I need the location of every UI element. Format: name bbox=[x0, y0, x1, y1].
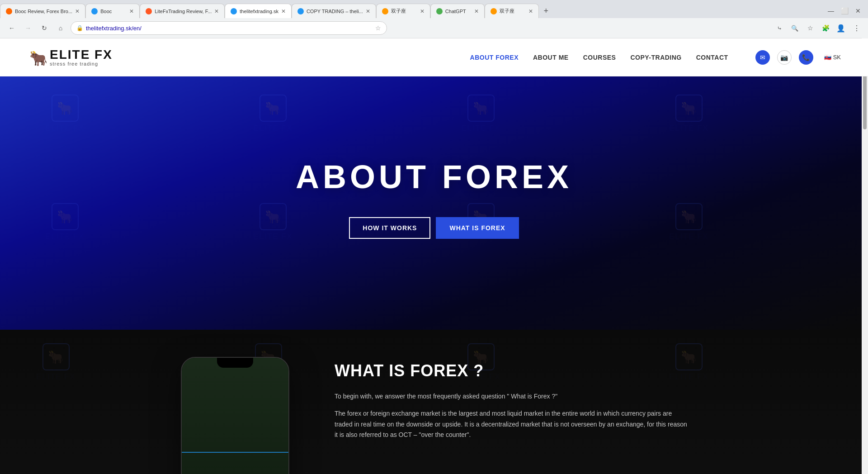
tab-close-6[interactable]: ✕ bbox=[420, 8, 425, 14]
back-button[interactable]: ← bbox=[5, 22, 18, 34]
phone-mockup bbox=[181, 357, 298, 474]
watermark-5: 🐂 ELITE FX bbox=[45, 203, 85, 242]
browser-tab-2[interactable]: Booc ✕ bbox=[85, 4, 140, 18]
refresh-button[interactable]: ↻ bbox=[38, 22, 51, 34]
section-paragraph-1: To begin with, we answer the most freque… bbox=[335, 391, 687, 402]
nav-icons: ✉ 📷 📞 🇸🇰 SK bbox=[755, 50, 841, 65]
tab-label-2: Booc bbox=[100, 9, 127, 14]
watermark-1: 🐂 ELITE FX bbox=[45, 95, 85, 133]
tab-favicon-2 bbox=[91, 8, 98, 14]
browser-tab-5[interactable]: COPY TRADING – theli... ✕ bbox=[292, 4, 376, 18]
forward-button[interactable]: → bbox=[22, 22, 34, 34]
tab-close-2[interactable]: ✕ bbox=[129, 8, 134, 14]
browser-tab-8[interactable]: 双子座 ✕ bbox=[485, 4, 539, 18]
nav-copy-trading[interactable]: COPY-TRADING bbox=[630, 54, 681, 61]
menu-icon[interactable]: ⋮ bbox=[850, 22, 863, 34]
content-section: 🐂 ELITE FX 🐂 ELITE FX 🐂 ELITE FX 🐂 ELITE… bbox=[0, 330, 868, 474]
hero-title: ABOUT FOREX bbox=[296, 158, 572, 195]
hero-buttons: HOW IT WORKS WHAT IS FOREX bbox=[349, 217, 519, 239]
nav-about-forex[interactable]: ABOUT FOREX bbox=[470, 54, 519, 61]
tab-label-5: COPY TRADING – theli... bbox=[307, 9, 363, 14]
tab-favicon-6 bbox=[382, 8, 388, 14]
maximize-button[interactable]: ⬜ bbox=[838, 5, 851, 17]
profile-icon[interactable]: 👤 bbox=[835, 22, 847, 34]
chart-area bbox=[182, 371, 288, 474]
hero-section: 🐂 ELITE FX 🐂 ELITE FX 🐂 ELITE FX 🐂 ELITE… bbox=[0, 76, 868, 330]
site-logo[interactable]: 🐂 ELITE FX stress free trading bbox=[27, 46, 113, 69]
tab-favicon-5 bbox=[297, 8, 304, 14]
tab-close-8[interactable]: ✕ bbox=[528, 8, 533, 14]
tab-label-8: 双子座 bbox=[500, 8, 526, 14]
phone-icon-button[interactable]: 📞 bbox=[799, 50, 813, 65]
browser-tab-6[interactable]: 双子座 ✕ bbox=[376, 4, 430, 18]
tab-bar: Booc Review, Forex Bro... ✕ Booc ✕ LiteF… bbox=[0, 0, 868, 18]
tab-label-3: LiteFxTrading Review, F... bbox=[155, 9, 212, 14]
email-icon-button[interactable]: ✉ bbox=[755, 50, 770, 65]
nav-about-me[interactable]: ABOUT ME bbox=[533, 54, 569, 61]
site-header: 🐂 ELITE FX stress free trading ABOUT FOR… bbox=[0, 38, 868, 76]
watermark-grid: 🐂 ELITE FX 🐂 ELITE FX 🐂 ELITE FX 🐂 ELITE… bbox=[0, 76, 868, 330]
browser-tab-1[interactable]: Booc Review, Forex Bro... ✕ bbox=[0, 4, 85, 18]
phone-notch bbox=[217, 358, 253, 368]
browser-chrome: Booc Review, Forex Bro... ✕ Booc ✕ LiteF… bbox=[0, 0, 868, 38]
watermark-6: 🐂 ELITE FX bbox=[253, 203, 292, 242]
browser-tab-4[interactable]: thelitefxtrading.sk ✕ bbox=[225, 4, 292, 18]
tab-label-4: thelitefxtrading.sk bbox=[240, 9, 278, 14]
address-bar: ← → ↻ ⌂ 🔒 thelitefxtrading.sk/en/ ☆ ⤷ 🔍 … bbox=[0, 18, 868, 38]
phone-screen bbox=[182, 358, 288, 474]
nav-contact[interactable]: CONTACT bbox=[696, 54, 728, 61]
tab-favicon-8 bbox=[491, 8, 497, 14]
minimize-button[interactable]: — bbox=[825, 5, 837, 17]
logo-text: ELITE FX stress free trading bbox=[50, 48, 113, 66]
section-title: WHAT IS FOREX ? bbox=[335, 361, 687, 380]
site-wrapper: 🐂 ELITE FX stress free trading ABOUT FOR… bbox=[0, 38, 868, 474]
browser-tab-3[interactable]: LiteFxTrading Review, F... ✕ bbox=[140, 4, 225, 18]
zoom-icon[interactable]: 🔍 bbox=[788, 22, 801, 34]
close-window-button[interactable]: ✕ bbox=[852, 5, 864, 17]
content-watermark-1: 🐂 ELITE FX bbox=[36, 343, 75, 382]
new-tab-button[interactable]: + bbox=[539, 4, 553, 18]
tab-label-1: Booc Review, Forex Bro... bbox=[15, 9, 72, 14]
watermark-3: 🐂 ELITE FX bbox=[461, 95, 500, 133]
language-code: SK bbox=[833, 54, 841, 61]
tab-favicon-1 bbox=[6, 8, 12, 14]
watermark-4: 🐂 ELITE FX bbox=[669, 95, 708, 133]
tab-close-1[interactable]: ✕ bbox=[75, 8, 80, 14]
what-is-forex-button[interactable]: WHAT IS FOREX bbox=[436, 217, 519, 239]
instagram-icon-button[interactable]: 📷 bbox=[777, 50, 792, 65]
tab-favicon-7 bbox=[436, 8, 443, 14]
toolbar-right: ⤷ 🔍 ☆ 🧩 👤 ⋮ bbox=[773, 22, 863, 34]
tab-close-4[interactable]: ✕ bbox=[281, 8, 286, 14]
logo-subtitle: stress free trading bbox=[50, 61, 113, 66]
home-button[interactable]: ⌂ bbox=[54, 22, 67, 34]
watermark-2: 🐂 ELITE FX bbox=[253, 95, 292, 133]
tab-favicon-4 bbox=[231, 8, 237, 14]
language-selector[interactable]: 🇸🇰 SK bbox=[824, 54, 841, 61]
svg-text:🐂: 🐂 bbox=[29, 50, 47, 67]
bull-logo-icon: 🐂 bbox=[27, 46, 50, 69]
tab-close-3[interactable]: ✕ bbox=[214, 8, 219, 14]
nav-courses[interactable]: COURSES bbox=[583, 54, 616, 61]
phone-body bbox=[181, 357, 289, 474]
section-paragraph-2: The forex or foreign exchange market is … bbox=[335, 408, 687, 441]
main-navigation: ABOUT FOREX ABOUT ME COURSES COPY-TRADIN… bbox=[470, 54, 728, 61]
watermark-8: 🐂 ELITE FX bbox=[669, 203, 708, 242]
star-icon[interactable]: ☆ bbox=[375, 24, 381, 32]
tab-label-6: 双子座 bbox=[391, 8, 417, 14]
text-content: WHAT IS FOREX ? To begin with, we answer… bbox=[335, 357, 687, 447]
tab-close-5[interactable]: ✕ bbox=[366, 8, 370, 14]
tab-label-7: ChatGPT bbox=[445, 9, 472, 14]
how-it-works-button[interactable]: HOW IT WORKS bbox=[349, 217, 430, 239]
bookmark-icon[interactable]: ☆ bbox=[804, 22, 816, 34]
flag-icon: 🇸🇰 bbox=[824, 54, 831, 61]
tab-close-7[interactable]: ✕ bbox=[474, 8, 479, 14]
logo-title: ELITE FX bbox=[50, 48, 113, 61]
browser-tab-7[interactable]: ChatGPT ✕ bbox=[430, 4, 485, 18]
chart-line bbox=[182, 452, 288, 453]
extensions-icon[interactable]: 🧩 bbox=[819, 22, 832, 34]
content-inner: WHAT IS FOREX ? To begin with, we answer… bbox=[163, 357, 705, 474]
scrollbar[interactable] bbox=[862, 38, 868, 474]
tab-favicon-3 bbox=[146, 8, 152, 14]
url-bar[interactable]: 🔒 thelitefxtrading.sk/en/ ☆ bbox=[71, 21, 387, 35]
translate-icon[interactable]: ⤷ bbox=[773, 22, 786, 34]
